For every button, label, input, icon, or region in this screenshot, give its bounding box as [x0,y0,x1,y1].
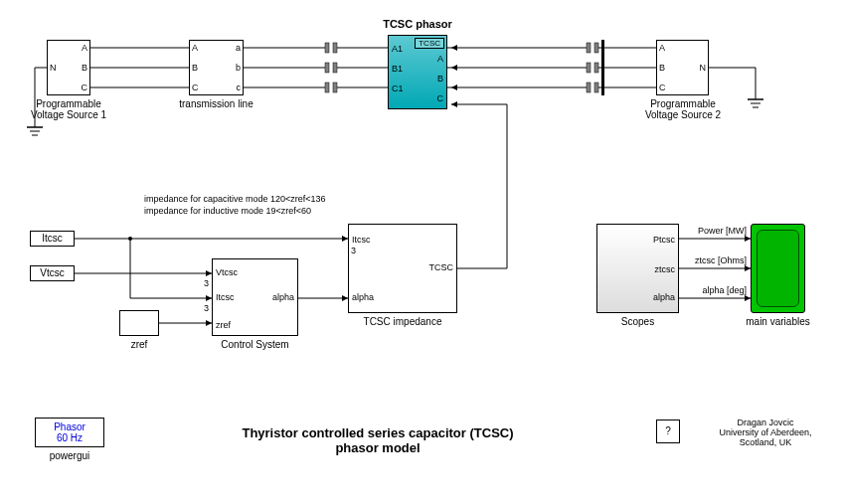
alpha-output-label: alpha [deg] [679,285,747,295]
transmission-line-block[interactable]: A B C a b c [189,40,244,95]
port-itcsc-label: Itcsc [352,235,371,245]
svg-rect-4 [325,83,329,92]
port-a-label: A [437,54,443,64]
port-a-label: A [659,43,665,53]
port-a2-label: a [236,43,241,53]
control-system-block[interactable]: Vtcsc Itcsc zref alpha [212,258,298,336]
zref-label: zref [119,339,159,350]
simulink-diagram: TCSC phasor A B C N Programmable Voltage… [0,0,844,504]
zref-block[interactable] [119,310,159,336]
port-b-label: B [659,63,665,73]
phasor-line2: 60 Hz [36,432,103,443]
powergui-label: powergui [35,450,104,461]
svg-marker-29 [451,84,457,90]
svg-marker-28 [451,65,457,71]
svg-rect-70 [601,40,604,95]
svg-rect-2 [325,63,329,73]
port-n-label: N [50,63,57,73]
port-ztcsc-label: ztcsc [654,264,675,274]
tline-label: transmission line [174,98,258,109]
scopes-label: Scopes [596,316,679,327]
tcsc-impedance-block[interactable]: Itcsc alpha TCSC [348,224,457,313]
bus-width-3b: 3 [204,303,209,313]
port-ptcsc-label: Ptcsc [653,235,675,245]
svg-rect-0 [325,43,329,53]
port-c-label: C [437,93,444,103]
main-variables-label: main variables [736,316,820,327]
port-alpha-label: alpha [653,292,675,302]
main-variables-scope[interactable] [751,224,805,313]
bus-width-3a: 3 [204,278,209,288]
port-c-label: C [82,83,88,92]
bus-width-3c: 3 [351,246,356,255]
tcsc-phasor-title: TCSC phasor [348,18,487,30]
svg-rect-10 [587,83,591,92]
tcsc-impedance-label: TCSC impedance [348,316,457,327]
programmable-voltage-source-2-block[interactable]: A B C N [656,40,709,95]
svg-rect-5 [333,83,337,92]
svg-marker-27 [451,45,457,51]
credits: Dragan Jovcic University of Aberdeen, Sc… [706,418,825,447]
svg-rect-6 [587,43,591,53]
port-c-label: C [659,83,666,92]
port-b-label: B [192,63,198,73]
impedance-note-1: impedance for capacitive mode 120<zref<1… [144,194,326,204]
port-tcsc-label: TCSC [429,262,454,272]
svg-rect-8 [587,63,591,73]
port-b-label: B [437,74,443,84]
svg-rect-3 [333,63,337,73]
port-c1-label: C1 [392,84,404,93]
pvs1-label: Programmable Voltage Source 1 [22,98,115,120]
tcsc-inner-label: TCSC [415,38,444,49]
port-a-label: A [82,43,87,53]
svg-rect-9 [594,63,598,73]
credit-line1: Dragan Jovcic [706,418,825,427]
tcsc-block[interactable]: TCSC A1 B1 C1 A B C [388,35,447,109]
port-b2-label: b [236,63,241,73]
main-title: Thyristor controlled series capacitor (T… [219,425,537,455]
port-b1-label: B1 [392,64,403,74]
credit-line3: Scotland, UK [706,437,825,447]
phasor-line1: Phasor [36,421,103,432]
itcsc-tag[interactable]: Itcsc [30,231,75,247]
pvs2-label: Programmable Voltage Source 2 [636,98,730,120]
svg-rect-7 [594,43,598,53]
powergui-block[interactable]: Phasor 60 Hz [35,418,104,447]
power-output-label: Power [MW] [679,226,747,236]
port-a1-label: A1 [392,44,403,54]
port-n-label: N [700,63,707,73]
svg-rect-11 [594,83,598,92]
svg-marker-55 [451,101,457,107]
control-system-label: Control System [212,339,298,350]
port-c2-label: c [237,83,242,92]
svg-point-42 [128,237,132,241]
port-b-label: B [82,63,87,73]
ztcsc-output-label: ztcsc [Ohms] [679,255,747,265]
port-vtcsc-label: Vtcsc [216,267,238,277]
credit-line2: University of Aberdeen, [706,427,825,437]
programmable-voltage-source-1-block[interactable]: A B C N [47,40,90,95]
port-alpha-label: alpha [272,292,294,302]
port-itcsc-label: Itcsc [216,292,235,302]
svg-rect-1 [333,43,337,53]
scopes-block[interactable]: Ptcsc ztcsc alpha [596,224,679,313]
vtcsc-tag[interactable]: Vtcsc [30,265,75,281]
port-a-label: A [192,43,198,53]
port-alpha-label: alpha [352,292,374,302]
port-c-label: C [192,83,199,92]
impedance-note-2: impedance for inductive mode 19<zref<60 [144,206,311,216]
port-zref-label: zref [216,320,231,330]
help-block[interactable]: ? [656,420,680,443]
